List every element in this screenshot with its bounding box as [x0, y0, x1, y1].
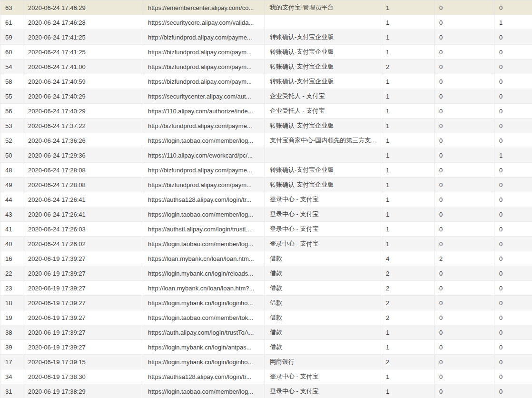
table-row[interactable]: 632020-06-24 17:46:29https://emembercent… — [0, 0, 532, 15]
page-title-cell: 登录中心 - 支付宝 — [265, 222, 381, 237]
count-2-cell: 0 — [434, 281, 494, 296]
record-id-cell: 48 — [0, 163, 23, 178]
record-id-cell: 18 — [0, 296, 23, 310]
table-row[interactable]: 232020-06-19 17:39:27http://loan.mybank.… — [0, 281, 532, 296]
visit-time-cell: 2020-06-24 17:29:36 — [23, 148, 143, 163]
record-id-cell: 56 — [0, 104, 23, 119]
page-title-cell: 借款 — [265, 310, 381, 325]
visit-time-cell: 2020-06-24 17:41:00 — [23, 60, 143, 74]
record-id-cell: 53 — [0, 119, 23, 133]
count-2-cell: 0 — [434, 310, 494, 325]
count-2-cell: 0 — [434, 296, 494, 310]
table-row[interactable]: 342020-06-19 17:38:30https://authsa128.a… — [0, 369, 532, 384]
visit-time-cell: 2020-06-19 17:39:27 — [23, 266, 143, 281]
count-1-cell: 1 — [381, 192, 434, 207]
table-row[interactable]: 312020-06-19 17:38:29https://login.taoba… — [0, 384, 532, 398]
count-3-cell: 0 — [494, 384, 532, 398]
url-cell: https://login.taobao.com/member/tok... — [143, 310, 265, 325]
history-table-body: 632020-06-24 17:46:29https://emembercent… — [0, 0, 532, 398]
page-title-cell: 借款 — [265, 340, 381, 355]
url-cell: https://login.taobao.com/member/log... — [143, 237, 265, 251]
count-1-cell: 1 — [381, 30, 434, 45]
table-row[interactable]: 392020-06-19 17:39:27https://login.myban… — [0, 340, 532, 355]
page-title-cell: 转账确认-支付宝企业版 — [265, 178, 381, 192]
table-row[interactable]: 162020-06-19 17:39:27https://loan.mybank… — [0, 251, 532, 266]
table-row[interactable]: 182020-06-19 17:39:27https://login.myban… — [0, 296, 532, 310]
visit-time-cell: 2020-06-24 17:26:41 — [23, 192, 143, 207]
table-row[interactable]: 602020-06-24 17:41:25https://bizfundprod… — [0, 45, 532, 60]
count-2-cell: 0 — [434, 45, 494, 60]
count-3-cell: 0 — [494, 207, 532, 222]
count-3-cell: 0 — [494, 237, 532, 251]
count-3-cell: 0 — [494, 178, 532, 192]
url-cell: https://login.mybank.cn/login/loginho... — [143, 355, 265, 369]
table-row[interactable]: 482020-06-24 17:28:08http://bizfundprod.… — [0, 163, 532, 178]
count-3-cell: 0 — [494, 310, 532, 325]
table-row[interactable]: 552020-06-24 17:40:29https://securitycen… — [0, 89, 532, 104]
record-id-cell: 54 — [0, 60, 23, 74]
page-title-cell — [265, 15, 381, 30]
visit-time-cell: 2020-06-19 17:38:30 — [23, 369, 143, 384]
table-row[interactable]: 612020-06-24 17:46:28https://securitycor… — [0, 15, 532, 30]
page-title-cell: 转账确认-支付宝企业版 — [265, 60, 381, 74]
table-row[interactable]: 542020-06-24 17:41:00https://bizfundprod… — [0, 60, 532, 74]
url-cell: https://securitycore.alipay.com/valida..… — [143, 15, 265, 30]
table-row[interactable]: 492020-06-24 17:28:08https://bizfundprod… — [0, 178, 532, 192]
count-1-cell: 1 — [381, 207, 434, 222]
count-3-cell: 0 — [494, 251, 532, 266]
page-title-cell: 转账确认-支付宝企业版 — [265, 45, 381, 60]
count-3-cell: 0 — [494, 325, 532, 340]
count-2-cell: 0 — [434, 340, 494, 355]
visit-time-cell: 2020-06-24 17:26:41 — [23, 207, 143, 222]
table-row[interactable]: 382020-06-19 17:39:27https://auth.alipay… — [0, 325, 532, 340]
record-id-cell: 16 — [0, 251, 23, 266]
history-table: 632020-06-24 17:46:29https://emembercent… — [0, 0, 532, 398]
count-1-cell: 1 — [381, 340, 434, 355]
table-row[interactable]: 592020-06-24 17:41:25http://bizfundprod.… — [0, 30, 532, 45]
count-3-cell: 1 — [494, 15, 532, 30]
count-1-cell: 2 — [381, 60, 434, 74]
url-cell: https://authsa128.alipay.com/login/tr... — [143, 369, 265, 384]
record-id-cell: 58 — [0, 74, 23, 89]
table-row[interactable]: 522020-06-24 17:36:26https://login.taoba… — [0, 133, 532, 148]
url-cell: http://loan.mybank.cn/loan/loan.htm?... — [143, 281, 265, 296]
count-3-cell: 0 — [494, 133, 532, 148]
table-row[interactable]: 442020-06-24 17:26:41https://authsa128.a… — [0, 192, 532, 207]
table-row[interactable]: 402020-06-24 17:26:02https://login.taoba… — [0, 237, 532, 251]
table-row[interactable]: 222020-06-19 17:39:27https://login.myban… — [0, 266, 532, 281]
count-1-cell: 1 — [381, 74, 434, 89]
url-cell: https://login.mybank.cn/login/loginho... — [143, 296, 265, 310]
page-title-cell: 网商银行 — [265, 355, 381, 369]
visit-time-cell: 2020-06-19 17:38:29 — [23, 384, 143, 398]
record-id-cell: 17 — [0, 355, 23, 369]
table-row[interactable]: 412020-06-24 17:26:03https://authstl.ali… — [0, 222, 532, 237]
record-id-cell: 19 — [0, 310, 23, 325]
count-1-cell: 2 — [381, 296, 434, 310]
table-row[interactable]: 432020-06-24 17:26:41https://login.taoba… — [0, 207, 532, 222]
page-title-cell: 登录中心 - 支付宝 — [265, 237, 381, 251]
count-3-cell: 0 — [494, 104, 532, 119]
page-title-cell: 转账确认-支付宝企业版 — [265, 163, 381, 178]
count-1-cell: 4 — [381, 251, 434, 266]
page-title-cell: 登录中心 - 支付宝 — [265, 384, 381, 398]
table-row[interactable]: 192020-06-19 17:39:27https://login.taoba… — [0, 310, 532, 325]
table-row[interactable]: 502020-06-24 17:29:36https://110.alipay.… — [0, 148, 532, 163]
table-row[interactable]: 172020-06-19 17:39:15https://login.myban… — [0, 355, 532, 369]
table-row[interactable]: 532020-06-24 17:37:22http://bizfundprod.… — [0, 119, 532, 133]
record-id-cell: 31 — [0, 384, 23, 398]
table-row[interactable]: 562020-06-24 17:40:29https://110.alipay.… — [0, 104, 532, 119]
count-2-cell: 0 — [434, 369, 494, 384]
page-title-cell: 转账确认-支付宝企业版 — [265, 30, 381, 45]
record-id-cell: 59 — [0, 30, 23, 45]
record-id-cell: 40 — [0, 237, 23, 251]
count-1-cell: 1 — [381, 15, 434, 30]
url-cell: https://auth.alipay.com/login/trustToA..… — [143, 325, 265, 340]
count-2-cell: 0 — [434, 74, 494, 89]
count-3-cell: 0 — [494, 355, 532, 369]
table-row[interactable]: 582020-06-24 17:40:59https://bizfundprod… — [0, 74, 532, 89]
record-id-cell: 50 — [0, 148, 23, 163]
count-3-cell: 0 — [494, 281, 532, 296]
page-title-cell: 借款 — [265, 251, 381, 266]
page-title-cell: 我的支付宝-管理员平台 — [265, 0, 381, 15]
history-viewer: 632020-06-24 17:46:29https://emembercent… — [0, 0, 532, 398]
